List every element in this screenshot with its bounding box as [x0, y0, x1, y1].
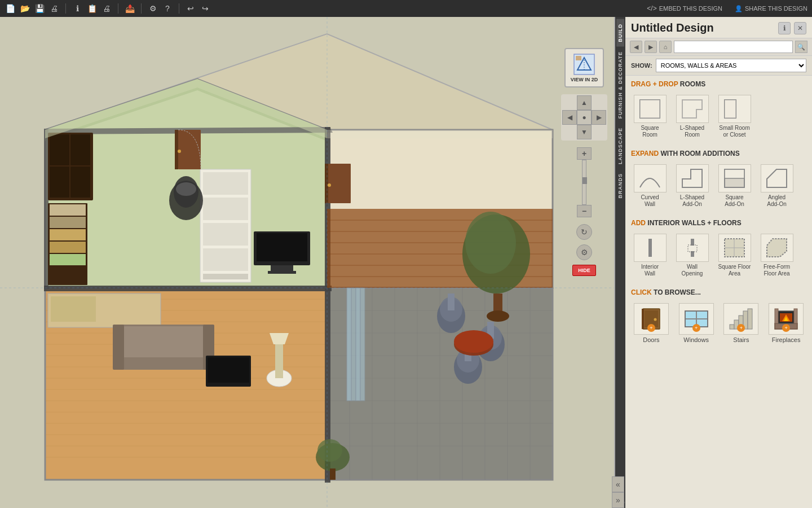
rotate-button[interactable]: ↻ [576, 224, 592, 240]
stairs-icon: + [723, 303, 758, 335]
canvas-area[interactable]: VIEW IN 2D ▲ ◀ ● ▶ ▼ + [0, 17, 614, 508]
help-icon[interactable]: ? [162, 3, 173, 14]
stairs-label: Stairs [733, 336, 749, 343]
settings-icon[interactable]: ⚙ [147, 3, 158, 14]
list-icon[interactable]: 📋 [86, 3, 98, 14]
small-room-label: Small Roomor Closet [719, 125, 749, 138]
svg-rect-53 [70, 167, 90, 198]
pan-center-button[interactable]: ● [577, 110, 592, 125]
interior-wall-item[interactable]: InteriorWall [629, 231, 671, 279]
windows-label: Windows [683, 336, 709, 343]
svg-rect-122 [640, 100, 660, 118]
svg-rect-110 [328, 164, 351, 203]
show-select[interactable]: ROOMS, WALLS & AREASFLOORS ONLYWALLS ONL… [656, 59, 806, 72]
windows-icon: + [679, 303, 714, 335]
svg-rect-146 [730, 325, 734, 329]
forward-button[interactable]: ▶ [645, 41, 657, 53]
pan-left-button[interactable]: ◀ [562, 110, 577, 125]
pan-up-button[interactable]: ▲ [577, 95, 592, 110]
interior-header: ADD INTERIOR WALLS + FLOORS [625, 214, 812, 229]
view-2d-button[interactable]: VIEW IN 2D [564, 48, 604, 87]
separator2 [118, 3, 118, 14]
search-input[interactable] [674, 41, 793, 53]
svg-rect-57 [50, 229, 86, 240]
pan-down-button[interactable]: ▼ [577, 125, 592, 139]
vtab-build[interactable]: BUILD [616, 19, 624, 47]
zoom-in-button[interactable]: + [577, 147, 592, 160]
stairs-browse-item[interactable]: + Stairs [719, 301, 764, 345]
zoom-out-button[interactable]: − [577, 205, 592, 217]
square-room-item[interactable]: SquareRoom [629, 93, 671, 141]
wall-opening-item[interactable]: WallOpening [671, 231, 713, 279]
right-panel: BUILD FURNISH & DECORATE LANDSCAPE BRAND… [614, 17, 812, 508]
svg-rect-71 [268, 271, 296, 274]
zoom-controls: + − [577, 147, 592, 217]
back-button[interactable]: ◀ [630, 41, 642, 53]
search-button[interactable]: 🔍 [795, 41, 807, 53]
doors-badge: + [647, 324, 655, 332]
share-button[interactable]: 👤 SHARE THIS DESIGN [735, 5, 807, 12]
print2-icon[interactable]: 🖨 [101, 3, 112, 14]
small-room-item[interactable]: Small Roomor Closet [713, 93, 756, 141]
panel-nav: ◀ ▶ ⌂ 🔍 [625, 38, 812, 56]
doors-label: Doors [643, 336, 659, 343]
print-icon[interactable]: 🖨 [48, 3, 60, 14]
square-room-label: SquareRoom [641, 125, 659, 138]
svg-rect-59 [50, 254, 86, 265]
fireplaces-browse-item[interactable]: + Fireplaces [764, 301, 809, 345]
curved-wall-item[interactable]: CurvedWall [629, 162, 671, 210]
pan-right-button[interactable]: ▶ [592, 110, 606, 125]
svg-rect-133 [688, 245, 697, 252]
save-icon[interactable]: 💾 [34, 3, 45, 14]
svg-rect-55 [50, 204, 86, 216]
svg-rect-41 [44, 286, 332, 291]
angled-addon-item[interactable]: AngledAdd-On [756, 162, 798, 210]
expand-grid: CurvedWall L-ShapedAdd-On [625, 160, 812, 214]
vtab-landscape[interactable]: LANDSCAPE [616, 123, 624, 169]
angled-addon-label: AngledAdd-On [767, 194, 786, 208]
zoom-track[interactable] [582, 160, 586, 205]
undo-icon[interactable]: ↩ [185, 3, 196, 14]
svg-point-108 [178, 150, 181, 153]
vtab-furnish[interactable]: FURNISH & DECORATE [616, 47, 624, 123]
l-shaped-addon-icon [676, 164, 709, 192]
l-shaped-addon-item[interactable]: L-ShapedAdd-On [671, 162, 713, 210]
collapse-up-button[interactable]: « [612, 476, 624, 492]
hide-button[interactable]: HIDE [572, 265, 596, 276]
redo-icon[interactable]: ↪ [200, 3, 211, 14]
angled-addon-icon [761, 164, 793, 192]
embed-button[interactable]: </> EMBED THIS DESIGN [647, 5, 722, 12]
svg-rect-58 [50, 242, 86, 253]
interior-wall-label: InteriorWall [641, 264, 659, 277]
vtab-brands[interactable]: BRANDS [616, 169, 624, 203]
close-panel-button[interactable]: ✕ [794, 22, 806, 34]
svg-point-105 [454, 330, 493, 353]
code-icon: </> [647, 5, 656, 12]
svg-point-111 [328, 183, 331, 187]
windows-browse-item[interactable]: + Windows [674, 301, 719, 345]
info-icon[interactable]: ℹ [72, 3, 83, 14]
small-room-icon [718, 95, 751, 123]
info-panel-button[interactable]: ℹ [778, 22, 791, 34]
panel-show: SHOW: ROOMS, WALLS & AREASFLOORS ONLYWAL… [625, 56, 812, 76]
collapse-down-button[interactable]: » [612, 492, 624, 508]
l-shaped-room-item[interactable]: L-ShapedRoom [671, 93, 713, 141]
open-icon[interactable]: 📂 [19, 3, 30, 14]
svg-point-89 [317, 439, 342, 462]
square-addon-label: SquareAdd-On [725, 194, 744, 208]
square-addon-item[interactable]: SquareAdd-On [713, 162, 756, 210]
svg-marker-129 [767, 169, 787, 187]
freeform-floor-item[interactable]: Free-FormFloor Area [756, 231, 798, 279]
export-icon[interactable]: 📤 [124, 3, 135, 14]
new-file-icon[interactable]: 📄 [5, 3, 16, 14]
svg-rect-106 [175, 130, 178, 169]
square-floor-item[interactable]: Square FloorArea [713, 231, 756, 279]
canvas-settings-button[interactable]: ⚙ [576, 244, 592, 260]
svg-rect-63 [203, 172, 248, 195]
home-button[interactable]: ⌂ [659, 41, 672, 53]
doors-browse-item[interactable]: + Doors [629, 301, 674, 345]
svg-rect-125 [725, 100, 736, 118]
stairs-badge: + [737, 324, 745, 332]
square-floor-label: Square FloorArea [718, 264, 751, 277]
svg-rect-56 [50, 217, 86, 228]
